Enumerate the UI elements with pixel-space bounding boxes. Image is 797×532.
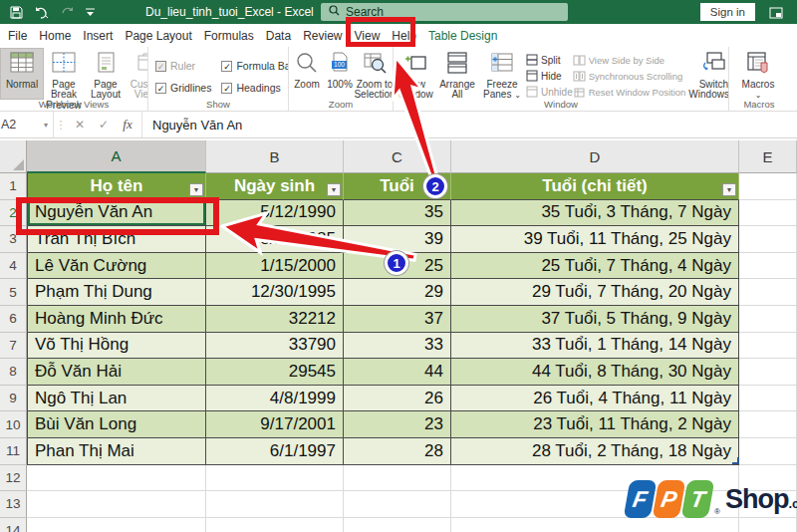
cell-C2[interactable]: 35 (344, 200, 451, 227)
ruler-checkbox[interactable]: ✓Ruler (155, 55, 211, 77)
cell-A12[interactable] (27, 465, 206, 492)
cell-D1[interactable]: Tuổi (chi tiết)▼ (451, 173, 739, 200)
tab-data[interactable]: Data (260, 24, 297, 47)
tab-file[interactable]: File (2, 24, 33, 47)
cell-D10[interactable]: 23 Tuổi, 11 Tháng, 2 Ngày (451, 411, 739, 438)
cell-C5[interactable]: 29 (344, 279, 451, 306)
tab-review[interactable]: Review (297, 24, 348, 47)
cell-E4[interactable] (739, 253, 797, 280)
cell-A6[interactable]: Hoàng Minh Đức (27, 306, 206, 333)
cell-E9[interactable] (739, 386, 797, 412)
cell-A13[interactable] (27, 491, 206, 518)
synchronous-scrolling-button[interactable]: Synchronous Scrolling (573, 68, 686, 84)
row-header-9[interactable]: 9 (0, 386, 27, 412)
hide-button[interactable]: Hide (526, 68, 573, 84)
cell-B8[interactable]: 29545 (206, 359, 344, 386)
reset-window-position-button[interactable]: Reset Window Position (573, 84, 686, 100)
cell-B6[interactable]: 32212 (206, 306, 344, 333)
cell-B1[interactable]: Ngày sinh▼ (206, 173, 344, 200)
freeze-panes-button[interactable]: Freeze Panes ⌄ (478, 49, 526, 101)
column-header-B[interactable]: B (206, 140, 344, 173)
cell-D4[interactable]: 25 Tuổi, 7 Tháng, 4 Ngày (451, 253, 739, 280)
row-header-11[interactable]: 11 (0, 438, 27, 465)
cell-E7[interactable] (739, 333, 797, 360)
sign-in-button[interactable]: Sign in (700, 3, 755, 21)
row-header-2[interactable]: 2 (0, 200, 27, 227)
arrange-all-button[interactable]: Arrange All (436, 49, 478, 101)
cell-B9[interactable]: 4/8/1999 (206, 386, 344, 412)
row-header-6[interactable]: 6 (0, 306, 27, 333)
gridlines-checkbox[interactable]: ✓Gridlines (155, 77, 211, 99)
cell-C6[interactable]: 37 (344, 306, 451, 333)
row-header-12[interactable]: 12 (0, 465, 27, 492)
cell-C9[interactable]: 26 (344, 386, 451, 412)
cell-C10[interactable]: 23 (344, 411, 451, 438)
insert-function-icon[interactable]: fx (116, 117, 139, 133)
enter-entry-icon[interactable]: ✓ (92, 118, 116, 132)
cell-D8[interactable]: 44 Tuổi, 8 Tháng, 30 Ngày (451, 359, 739, 386)
filter-dropdown-icon[interactable]: ▼ (722, 183, 736, 196)
cell-E6[interactable] (739, 306, 797, 333)
zoom-100-button[interactable]: 100 100% (324, 49, 356, 99)
undo-icon[interactable] (34, 6, 49, 19)
cell-A8[interactable]: Đỗ Văn Hải (27, 359, 206, 386)
redo-icon[interactable] (60, 6, 75, 19)
cell-A9[interactable]: Ngô Thị Lan (27, 386, 206, 412)
customize-qat-icon[interactable] (86, 8, 95, 17)
new-window-button[interactable]: New Window (395, 49, 436, 101)
cell-A10[interactable]: Bùi Văn Long (27, 411, 206, 438)
cell-E11[interactable] (739, 438, 797, 465)
cell-E8[interactable] (739, 359, 797, 386)
view-side-by-side-button[interactable]: View Side by Side (573, 52, 686, 68)
macros-button[interactable]: Macros⌄ (730, 49, 786, 101)
cell-D3[interactable]: 39 Tuổi, 11 Tháng, 25 Ngày (451, 226, 739, 253)
row-header-3[interactable]: 3 (0, 226, 27, 253)
formula-bar-checkbox[interactable]: ✓Formula Bar (221, 55, 289, 77)
tab-view[interactable]: View (349, 24, 387, 47)
cell-D6[interactable]: 37 Tuổi, 5 Tháng, 9 Ngày (451, 306, 739, 333)
table-resize-handle[interactable] (732, 457, 739, 464)
cell-E10[interactable] (739, 411, 797, 438)
cell-A5[interactable]: Phạm Thị Dung (27, 279, 206, 306)
row-header-8[interactable]: 8 (0, 359, 27, 386)
cell-B14[interactable] (206, 518, 344, 532)
row-header-10[interactable]: 10 (0, 411, 27, 438)
filter-dropdown-icon[interactable]: ▼ (189, 183, 203, 196)
tab-help[interactable]: Help (386, 24, 422, 47)
cell-C8[interactable]: 44 (344, 359, 451, 386)
cell-C3[interactable]: 39 (344, 226, 451, 253)
cell-B11[interactable]: 6/1/1997 (206, 438, 344, 465)
cell-E2[interactable] (739, 200, 797, 227)
row-header-5[interactable]: 5 (0, 279, 27, 306)
zoom-to-selection-button[interactable]: Zoom to Selection (356, 49, 394, 101)
name-box[interactable]: A2 ▾ (0, 112, 54, 137)
cell-D7[interactable]: 33 Tuổi, 1 Tháng, 14 Ngày (451, 333, 739, 360)
cell-D14[interactable] (451, 518, 739, 532)
headings-checkbox[interactable]: ✓Headings (221, 77, 289, 99)
cell-A2[interactable]: Nguyễn Văn An (27, 200, 206, 227)
select-all-corner[interactable] (0, 140, 27, 173)
cell-D5[interactable]: 29 Tuổi, 7 Tháng, 20 Ngày (451, 279, 739, 306)
tab-formulas[interactable]: Formulas (198, 24, 260, 47)
split-button[interactable]: Split (526, 52, 573, 68)
normal-view-button[interactable]: Normal (1, 49, 43, 99)
cell-A7[interactable]: Võ Thị Hồng (27, 333, 206, 360)
cell-B7[interactable]: 33790 (206, 333, 344, 360)
column-header-A[interactable]: A (27, 140, 206, 173)
cell-A1[interactable]: Họ tên▼ (27, 173, 206, 200)
tab-page-layout[interactable]: Page Layout (119, 24, 197, 47)
unhide-button[interactable]: Unhide (526, 84, 573, 100)
cell-D11[interactable]: 28 Tuổi, 2 Tháng, 18 Ngày (451, 438, 739, 465)
filter-dropdown-icon[interactable]: ▼ (327, 183, 341, 196)
ribbon-display-options-icon[interactable] (769, 5, 783, 23)
column-header-C[interactable]: C (344, 140, 451, 173)
cell-B12[interactable] (206, 465, 344, 492)
cell-B4[interactable]: 1/15/2000 (206, 253, 344, 280)
cell-D2[interactable]: 35 Tuổi, 3 Tháng, 7 Ngày (451, 200, 739, 227)
tab-home[interactable]: Home (33, 24, 77, 47)
cell-D9[interactable]: 26 Tuổi, 4 Tháng, 11 Ngày (451, 386, 739, 412)
cell-C11[interactable]: 28 (344, 438, 451, 465)
row-header-14[interactable]: 14 (0, 518, 27, 532)
tab-insert[interactable]: Insert (77, 24, 119, 47)
row-header-1[interactable]: 1 (0, 173, 27, 200)
